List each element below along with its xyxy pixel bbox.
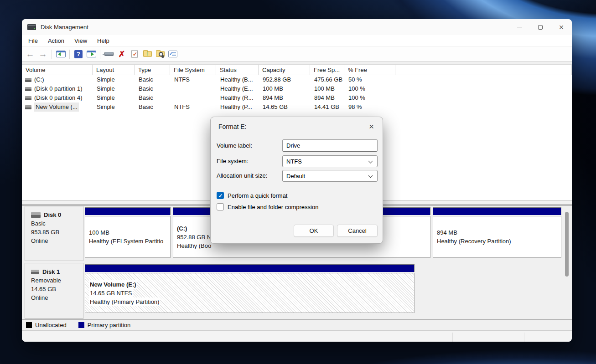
column-header-volume[interactable]: Volume: [22, 65, 93, 75]
allocation-unit-select[interactable]: Default: [282, 170, 378, 182]
device-tool-button[interactable]: [103, 48, 115, 60]
disk-icon: [31, 270, 39, 274]
volume-label-input[interactable]: [282, 139, 378, 152]
compression-checkbox[interactable]: [217, 203, 224, 210]
cell-status: Healthy (R...: [216, 93, 259, 103]
title-bar: Disk Management ×: [22, 19, 572, 35]
vertical-scrollbar-thumb[interactable]: [565, 212, 569, 277]
allocation-unit-label: Allocation unit size:: [217, 172, 267, 179]
cell-type: Basic: [135, 93, 170, 103]
disk-drive-icon: [27, 24, 36, 30]
disk-icon: [31, 212, 41, 218]
partition-status: Healthy (Primary Partition): [89, 297, 160, 306]
minimize-icon: [517, 27, 522, 27]
console-tree-button[interactable]: [55, 48, 67, 60]
cell-file-system: NTFS: [170, 103, 216, 112]
partition-name: New Volume (E:): [89, 280, 137, 289]
volume-row-new-volume[interactable]: New Volume (... Simple Basic NTFS Health…: [22, 103, 572, 112]
window-title: Disk Management: [41, 24, 88, 31]
volume-row-disk0-partition1[interactable]: (Disk 0 partition 1) Simple Basic Health…: [22, 84, 572, 93]
cell-capacity: 100 MB: [259, 84, 310, 93]
cell-status: Healthy (E...: [216, 84, 259, 93]
dialog-close-button[interactable]: ×: [367, 121, 376, 132]
folder-explore-button[interactable]: [154, 48, 166, 60]
menu-help[interactable]: Help: [92, 36, 114, 46]
close-button[interactable]: ×: [551, 19, 572, 35]
partition-efi[interactable]: 100 MB Healthy (EFI System Partitio: [85, 207, 171, 259]
cell-free-space: 14.41 GB: [310, 103, 344, 112]
cell-pct-free: 98 %: [344, 103, 395, 112]
folder-up-button[interactable]: [141, 48, 153, 60]
file-system-select[interactable]: NTFS: [282, 155, 378, 167]
menu-view[interactable]: View: [69, 36, 92, 46]
column-header-status[interactable]: Status: [216, 65, 259, 75]
disk-name: Disk 0: [44, 210, 61, 219]
properties-button[interactable]: [167, 48, 179, 60]
column-header-type[interactable]: Type: [135, 65, 170, 75]
volume-name: (C:): [34, 75, 44, 84]
console-panel-icon: [56, 51, 66, 57]
maximize-button[interactable]: [530, 19, 551, 35]
status-bar-divider: [452, 333, 453, 342]
cell-free-space: 894 MB: [310, 93, 344, 103]
file-system-value: NTFS: [286, 158, 302, 165]
column-header-filler: [395, 65, 572, 75]
disk1-partitions: New Volume (E:) 14.65 GB NTFS Healthy (P…: [85, 263, 562, 319]
ok-button[interactable]: OK: [294, 225, 334, 237]
volume-list-header: Volume Layout Type File System Status Ca…: [22, 64, 572, 75]
back-arrow-icon: ←: [26, 50, 35, 58]
volume-label-label: Volume label:: [217, 142, 252, 149]
quick-format-label: Perform a quick format: [228, 192, 288, 199]
help-button[interactable]: ?: [73, 48, 84, 60]
cell-layout: Simple: [93, 93, 135, 103]
disk1-label-panel[interactable]: Disk 1 Removable 14.65 GB Online: [25, 263, 83, 319]
volume-row-disk0-partition4[interactable]: (Disk 0 partition 4) Simple Basic Health…: [22, 93, 572, 103]
column-header-capacity[interactable]: Capacity: [259, 65, 310, 75]
menu-action[interactable]: Action: [43, 36, 69, 46]
delete-x-icon: ✗: [118, 50, 125, 58]
mark-partition-button[interactable]: [129, 48, 140, 60]
chevron-down-icon: [368, 159, 373, 164]
back-button[interactable]: ←: [24, 48, 36, 60]
partition-new-volume-e[interactable]: New Volume (E:) 14.65 GB NTFS Healthy (P…: [85, 264, 415, 317]
column-header-pct-free[interactable]: % Free: [344, 65, 395, 75]
column-header-file-system[interactable]: File System: [170, 65, 216, 75]
disk0-label-panel[interactable]: Disk 0 Basic 953.85 GB Online: [25, 206, 83, 261]
cell-free-space: 475.66 GB: [310, 75, 344, 84]
disk-status: Online: [31, 293, 83, 302]
toolbar: ← → ? ✗: [22, 47, 572, 62]
help-icon: ?: [74, 50, 83, 58]
menu-bar: File Action View Help: [22, 35, 572, 47]
partition-color-strip: [85, 207, 171, 215]
volume-icon: [25, 105, 31, 109]
cell-file-system: [170, 93, 216, 103]
disk-size: 953.85 GB: [31, 228, 83, 236]
quick-format-checkbox[interactable]: [217, 192, 224, 199]
status-bar-divider: [524, 333, 524, 342]
menu-file[interactable]: File: [23, 36, 43, 46]
column-header-free-space[interactable]: Free Sp...: [310, 65, 344, 75]
volume-row-c[interactable]: (C:) Simple Basic NTFS Healthy (B... 952…: [22, 75, 572, 84]
toolbar-separator: [100, 50, 100, 59]
forward-button[interactable]: →: [37, 48, 49, 60]
disk-size: 14.65 GB: [31, 285, 83, 293]
cell-capacity: 952.88 GB: [259, 75, 310, 84]
quick-format-row: Perform a quick format: [217, 192, 288, 199]
legend-label: Primary partition: [88, 322, 131, 328]
properties-list-icon: [168, 51, 177, 57]
disk1-row: Disk 1 Removable 14.65 GB Online New Vol…: [25, 263, 562, 319]
action-panel-icon: [87, 51, 96, 57]
partition-recovery[interactable]: 894 MB Healthy (Recovery Partition): [433, 207, 561, 259]
action-pane-button[interactable]: [85, 48, 97, 60]
toolbar-separator: [69, 50, 70, 59]
minimize-button[interactable]: [509, 19, 530, 35]
legend-unallocated: Unallocated: [26, 322, 67, 328]
delete-volume-button[interactable]: ✗: [116, 48, 128, 60]
close-icon: ×: [559, 23, 564, 31]
format-dialog: Format E: × Volume label: File system: N…: [210, 117, 383, 244]
cancel-button[interactable]: Cancel: [337, 225, 378, 237]
legend-label: Unallocated: [35, 322, 67, 328]
column-header-layout[interactable]: Layout: [93, 65, 135, 75]
partition-size: 100 MB: [89, 228, 170, 237]
partition-color-strip: [433, 207, 561, 215]
